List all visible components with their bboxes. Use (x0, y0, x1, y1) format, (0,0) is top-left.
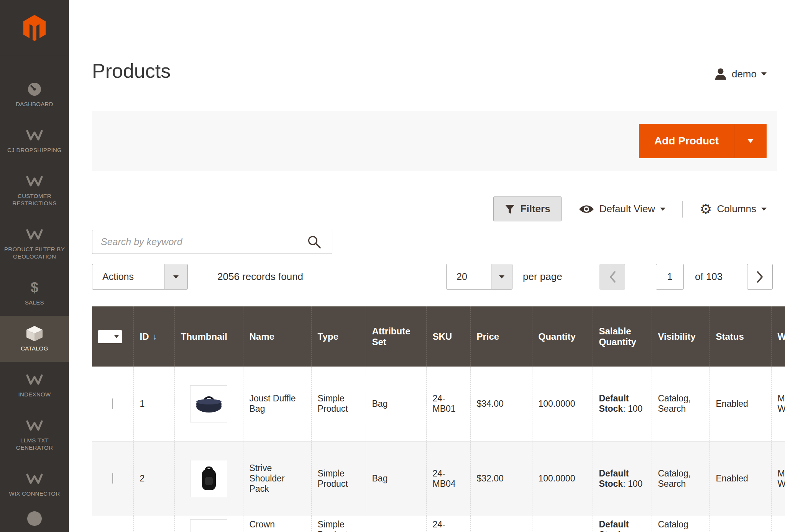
sidebar-item-dashboard[interactable]: DASHBOARD (0, 72, 69, 118)
cell-name: Strive Shoulder Pack (243, 441, 311, 516)
cell-websites (771, 516, 785, 532)
sidebar-item-label: DASHBOARD (2, 100, 67, 108)
sidebar-item-label: CUSTOMER RESTRICTIONS (2, 192, 67, 207)
cell-salable-quantity: Default Stock: 100 (593, 441, 652, 516)
col-visibility[interactable]: Visibility (652, 306, 709, 367)
col-type[interactable]: Type (311, 306, 366, 367)
select-options-toggle[interactable] (111, 330, 122, 343)
user-menu[interactable]: demo (714, 67, 767, 80)
search-icon[interactable] (307, 235, 322, 251)
admin-sidebar: DASHBOARD CJ DROPSHIPPING CUSTOMER RESTR… (0, 0, 69, 532)
magento-logo[interactable] (0, 0, 69, 56)
chevron-down-icon (761, 208, 767, 211)
col-websites[interactable]: Websites (771, 306, 785, 367)
sidebar-item-customer-restrictions[interactable]: CUSTOMER RESTRICTIONS (0, 164, 69, 217)
divider (682, 201, 683, 218)
sidebar-item-llms-txt-generator[interactable]: LLMS TXT GENERATOR (0, 408, 69, 461)
duffle-bag-image (190, 385, 227, 422)
per-page-label: per page (523, 264, 562, 290)
default-view-dropdown[interactable]: Default View (578, 203, 666, 215)
actions-dropdown[interactable]: Actions (92, 264, 188, 290)
cell-status: Enabled (709, 367, 771, 441)
next-page-button[interactable] (747, 264, 773, 290)
cube-icon (2, 326, 67, 341)
row-checkbox[interactable] (112, 473, 113, 484)
cell-status: Enabled (709, 441, 771, 516)
col-thumbnail[interactable]: Thumbnail (174, 306, 243, 367)
col-select-all[interactable] (92, 306, 133, 367)
cell-price (470, 516, 532, 532)
current-page-input[interactable] (656, 264, 684, 290)
sidebar-item-product-filter-by-geolocation[interactable]: PRODUCT FILTER BY GEOLOCATION (0, 217, 69, 270)
cell-select (92, 516, 133, 532)
sidebar-item-partial[interactable] (0, 507, 69, 532)
cell-type: Simple Product (311, 441, 366, 516)
sidebar-item-cj-dropshipping[interactable]: CJ DROPSHIPPING (0, 118, 69, 164)
col-id[interactable]: ID ↓ (133, 306, 174, 367)
col-quantity[interactable]: Quantity (532, 306, 593, 367)
cell-attribute-set: Bag (366, 441, 426, 516)
table-row[interactable]: 2 Strive Shoulder Pack Simple (92, 441, 785, 516)
col-price[interactable]: Price (470, 306, 532, 367)
module-w-icon (2, 418, 67, 433)
cell-visibility: Catalog, Search (652, 367, 709, 441)
columns-dropdown[interactable]: ⚙ Columns (700, 202, 767, 216)
magento-admin-window: DASHBOARD CJ DROPSHIPPING CUSTOMER RESTR… (0, 0, 785, 532)
cell-type: Simple Product (311, 516, 366, 532)
gauge-icon (2, 82, 67, 97)
grid-header-row: ID ↓ Thumbnail Name Type Attribute Set S… (92, 306, 785, 367)
cell-id (133, 516, 174, 532)
col-attribute-set[interactable]: Attribute Set (366, 306, 426, 367)
table-row[interactable]: Crown Simple Product 24- Default Stock C… (92, 516, 785, 532)
chevron-down-icon (173, 275, 179, 278)
cell-name: Joust Duffle Bag (243, 367, 311, 441)
add-product-label[interactable]: Add Product (639, 124, 734, 158)
add-product-split-toggle[interactable] (734, 124, 767, 158)
table-row[interactable]: 1 Joust Duffle Bag (92, 367, 785, 441)
module-w-icon (2, 174, 67, 189)
chevron-down-icon (114, 335, 119, 338)
cell-sku: 24-MB01 (426, 367, 470, 441)
sidebar-item-indexnow[interactable]: INDEXNOW (0, 362, 69, 408)
sidebar-item-wix-connector[interactable]: WIX CONNECTOR (0, 461, 69, 507)
cell-price: $34.00 (470, 367, 532, 441)
magento-logo-icon (23, 15, 46, 41)
col-name[interactable]: Name (243, 306, 311, 367)
page-size-toggle[interactable] (491, 264, 512, 289)
columns-label: Columns (717, 203, 756, 215)
default-view-label: Default View (599, 203, 655, 215)
sidebar-item-sales[interactable]: $ SALES (0, 270, 69, 316)
main-content: Products demo Add Product Filter (69, 0, 785, 532)
filters-button[interactable]: Filters (493, 196, 562, 221)
sidebar-item-label: SALES (2, 299, 67, 306)
previous-page-button[interactable] (599, 264, 625, 290)
add-product-button[interactable]: Add Product (639, 124, 767, 158)
checkbox[interactable] (98, 330, 111, 343)
cell-websites: Main Website (771, 441, 785, 516)
chevron-down-icon (499, 275, 504, 278)
select-all-checkbox[interactable] (98, 330, 122, 343)
search-input[interactable] (92, 230, 332, 254)
total-pages-label: of 103 (695, 264, 723, 290)
dollar-icon: $ (2, 280, 67, 295)
circle-icon (2, 511, 67, 526)
row-checkbox[interactable] (112, 398, 113, 409)
product-image (190, 519, 227, 532)
cell-select (92, 367, 133, 441)
sidebar-item-catalog[interactable]: CATALOG (0, 316, 69, 362)
cell-quantity: 100.0000 (532, 441, 593, 516)
col-salable-quantity[interactable]: Salable Quantity (593, 306, 652, 367)
module-w-icon (2, 471, 67, 486)
col-sku[interactable]: SKU (426, 306, 470, 367)
page-title: Products (92, 59, 171, 82)
cell-select (92, 441, 133, 516)
products-grid: ID ↓ Thumbnail Name Type Attribute Set S… (92, 306, 785, 532)
cell-status (709, 516, 771, 532)
actions-dropdown-toggle[interactable] (164, 264, 187, 289)
page-size-select[interactable]: 20 (446, 264, 512, 290)
cell-thumbnail (174, 441, 243, 516)
grid-view-controls: Filters Default View ⚙ Columns (493, 196, 767, 222)
col-status[interactable]: Status (709, 306, 771, 367)
sidebar-item-label: CJ DROPSHIPPING (2, 146, 67, 154)
cell-id: 1 (133, 367, 174, 441)
